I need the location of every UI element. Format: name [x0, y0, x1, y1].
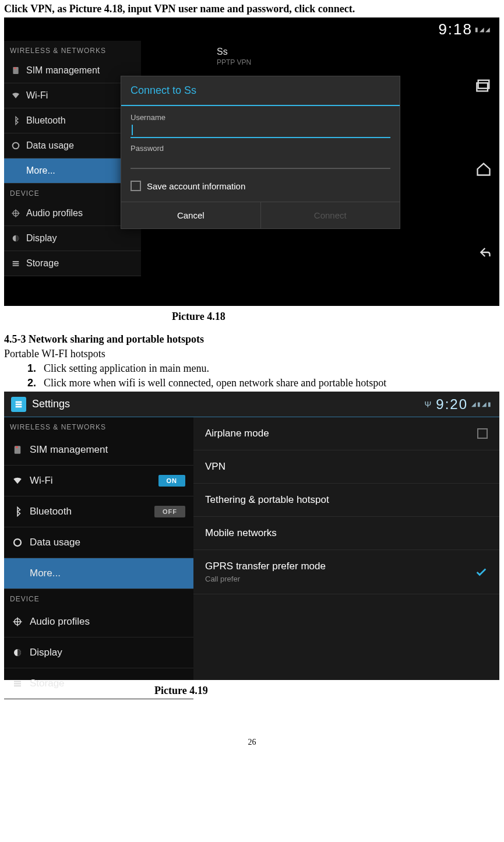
screenshot-more-settings: Settings Ψ 9:20 ◢▮◢▮ WIRELESS & NETWORKS… — [4, 392, 499, 680]
sidebar-item-storage-2[interactable]: Storage — [4, 668, 193, 699]
sim-icon — [12, 445, 23, 455]
section-wireless: WIRELESS & NETWORKS — [4, 41, 141, 58]
sidebar-item-display-2[interactable]: Display — [4, 637, 193, 668]
cancel-button[interactable]: Cancel — [121, 202, 261, 228]
recent-apps-button[interactable] — [474, 76, 494, 96]
sim-icon — [11, 66, 20, 75]
sidebar-item-datausage-2[interactable]: Data usage — [4, 527, 193, 558]
bluetooth-icon — [11, 116, 20, 125]
sidebar-item-storage[interactable]: Storage — [4, 251, 141, 276]
title-bar: Settings Ψ 9:20 ◢▮◢▮ — [4, 392, 499, 417]
more-options-panel: Airplane mode VPN Tethering & portable h… — [193, 417, 499, 680]
svg-point-2 — [13, 143, 19, 149]
svg-rect-23 — [14, 683, 21, 684]
sidebar-item-audio-2[interactable]: Audio profiles — [4, 607, 193, 637]
app-title: Settings — [32, 398, 70, 410]
sidebar-item-more-2[interactable]: More... — [4, 558, 193, 589]
storage-icon — [12, 678, 23, 689]
text-cursor — [132, 125, 133, 135]
option-vpn[interactable]: VPN — [193, 450, 499, 484]
blank-icon — [11, 166, 20, 175]
wifi-icon — [11, 91, 20, 100]
data-usage-icon — [12, 537, 23, 548]
svg-rect-8 — [13, 263, 19, 264]
username-input[interactable] — [131, 123, 390, 138]
section-device-2: DEVICE — [4, 589, 193, 607]
wifi-switch[interactable]: ON — [158, 475, 186, 487]
airplane-checkbox[interactable] — [477, 428, 488, 439]
svg-rect-1 — [14, 68, 16, 69]
instruction-text: Click VPN, as Picture 4.18, input VPN us… — [4, 3, 501, 15]
username-label: Username — [131, 113, 390, 122]
storage-icon — [11, 259, 20, 268]
vpn-name: Ss — [217, 47, 392, 57]
subheading: Portable WI-FI hotspots — [4, 348, 501, 360]
save-account-row[interactable]: Save account information — [131, 175, 390, 199]
status-time-2: 9:20 — [436, 396, 468, 413]
settings-app-icon — [11, 397, 26, 412]
option-gprs-mode[interactable]: GPRS transfer prefer mode Call prefer — [193, 550, 499, 594]
vpn-profile-row[interactable]: Ss PPTP VPN — [141, 41, 467, 72]
display-icon — [12, 647, 23, 658]
svg-point-17 — [14, 539, 21, 546]
svg-rect-13 — [16, 401, 22, 403]
sidebar-item-display[interactable]: Display — [4, 226, 141, 251]
wifi-icon — [12, 475, 23, 486]
password-input[interactable] — [131, 154, 390, 169]
vpn-type: PPTP VPN — [217, 58, 392, 66]
connect-dialog: Connect to Ss Username Password Save acc… — [121, 76, 400, 229]
section-heading: 4.5-3 Network sharing and portable hotsp… — [4, 333, 501, 346]
svg-rect-7 — [13, 261, 19, 262]
connect-button[interactable]: Connect — [261, 202, 400, 228]
sidebar-item-sim-2[interactable]: SIM management — [4, 435, 193, 466]
audio-icon — [12, 616, 23, 627]
svg-rect-24 — [14, 685, 21, 686]
sidebar-item-wifi-2[interactable]: Wi-Fi ON — [4, 466, 193, 496]
option-mobile-networks[interactable]: Mobile networks — [193, 517, 499, 550]
caption-418: Picture 4.18 — [3, 311, 501, 323]
svg-rect-9 — [13, 265, 19, 266]
password-label: Password — [131, 144, 390, 153]
audio-icon — [11, 209, 20, 218]
status-bar: 9:18 ▮◢◢ — [4, 17, 499, 41]
data-usage-icon — [11, 141, 20, 150]
usb-icon: Ψ — [425, 400, 433, 409]
svg-rect-16 — [16, 446, 18, 448]
signal-icon: ▮◢◢ — [475, 26, 491, 33]
bluetooth-switch[interactable]: OFF — [154, 506, 185, 517]
option-tethering[interactable]: Tethering & portable hotspot — [193, 484, 499, 517]
screenshot-vpn-dialog: 9:18 ▮◢◢ WIRELESS & NETWORKS SIM managem… — [4, 17, 499, 306]
dialog-title: Connect to Ss — [121, 76, 400, 106]
settings-sidebar-2: WIRELESS & NETWORKS SIM management Wi-Fi… — [4, 417, 193, 680]
sidebar-item-bluetooth-2[interactable]: Bluetooth OFF — [4, 496, 193, 527]
bluetooth-icon — [12, 506, 23, 517]
steps-list: Click setting application in main menu. … — [39, 362, 501, 389]
system-nav-bar — [467, 44, 499, 294]
svg-rect-22 — [14, 681, 21, 682]
section-wireless-2: WIRELESS & NETWORKS — [4, 417, 193, 435]
option-airplane[interactable]: Airplane mode — [193, 417, 499, 450]
step-1: Click setting application in main menu. — [39, 362, 501, 375]
save-account-label: Save account information — [147, 181, 245, 191]
svg-rect-12 — [16, 403, 22, 405]
back-button[interactable] — [474, 242, 494, 262]
check-icon — [475, 566, 488, 579]
svg-rect-14 — [16, 406, 22, 407]
display-icon — [11, 234, 20, 243]
blank-icon — [12, 568, 23, 579]
page-number: 26 — [3, 738, 501, 747]
step-2: Click more when wifi is well connected, … — [39, 377, 501, 389]
home-button[interactable] — [474, 159, 494, 179]
checkbox-icon[interactable] — [131, 181, 141, 191]
signal-icon-2: ◢▮◢▮ — [471, 401, 492, 407]
status-time: 9:18 — [438, 20, 473, 38]
vpn-content: Ss PPTP VPN — [141, 41, 467, 72]
